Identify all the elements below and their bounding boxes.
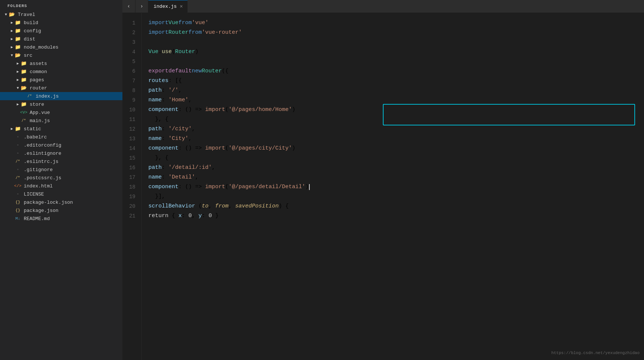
tree-item-eslintrc[interactable]: /*.eslintrc.js [0, 157, 122, 166]
tree-item-App.vue[interactable]: <V>App.vue [0, 108, 122, 117]
line-number-19: 19 [122, 192, 138, 202]
tree-item-label: LICENSE [24, 192, 44, 197]
tab-index-js[interactable]: index.js × [148, 0, 188, 13]
tree-item-label: static [24, 126, 41, 132]
js-icon: /* [21, 118, 27, 124]
tree-item-label: node_modules [24, 45, 59, 50]
code-line-2: import Router from 'vue-router' [148, 28, 644, 37]
line-number-16: 16 [122, 163, 138, 173]
line-number-2: 2 [122, 28, 138, 37]
tree-item-README[interactable]: M↓README.md [0, 215, 122, 223]
tree-item-label: .editorconfig [24, 143, 61, 148]
tree-item-common[interactable]: ▶📁common [0, 68, 122, 76]
nav-back-button[interactable]: ‹ [122, 0, 135, 13]
folder-icon: 📁 [15, 126, 21, 132]
file-dot-icon: ◦ [15, 142, 21, 148]
folder-icon: 📁 [15, 44, 21, 50]
line-numbers: 123456789101112131415161718192021 [122, 13, 142, 360]
tree-item-dist[interactable]: ▶📁dist [0, 35, 122, 43]
code-content[interactable]: import Vue from 'vue'import Router from … [142, 13, 644, 360]
tree-item-label: store [30, 102, 44, 107]
line-number-14: 14 [122, 144, 138, 153]
folder-arrow: ▶ [9, 36, 15, 42]
tree-item-index.html[interactable]: </>index.html [0, 182, 122, 190]
tree-item-label: assets [30, 61, 47, 66]
line-number-18: 18 [122, 182, 138, 192]
tree-item-label: index.html [24, 183, 53, 189]
code-line-21: return { x: 0, y: 0 } [148, 211, 644, 221]
folder-icon: 📁 [21, 69, 27, 75]
tree-item-LICENSE[interactable]: ◦LICENSE [0, 190, 122, 198]
tree-item-index.js[interactable]: /*index.js [0, 92, 122, 100]
line-number-10: 10 [122, 105, 138, 115]
folder-icon: 📂 [9, 12, 15, 17]
code-line-8: path: '/', [148, 86, 644, 95]
editor-area: ‹ › index.js × 1234567891011121314151617… [122, 0, 644, 360]
line-number-15: 15 [122, 153, 138, 163]
tree-item-label: .postcssrc.js [24, 175, 61, 181]
tree-item-store[interactable]: ▶📁store [0, 100, 122, 108]
tree-item-static[interactable]: ▶📁static [0, 125, 122, 133]
tree-item-gitignore[interactable]: ◦.gitignore [0, 166, 122, 174]
tree-item-build[interactable]: ▶📁build [0, 19, 122, 27]
code-line-19: }], [148, 192, 644, 202]
tree-item-label: .gitignore [24, 167, 53, 173]
json-icon: {} [15, 207, 21, 213]
tree-item-label: pages [30, 77, 44, 83]
tree-item-travel[interactable]: ▼📂Travel [0, 10, 122, 19]
tab-close-button[interactable]: × [180, 4, 183, 9]
code-line-9: name: 'Home', [148, 95, 644, 105]
tree-item-label: Travel [18, 12, 35, 17]
tree-item-label: README.md [24, 216, 50, 222]
folder-arrow: ▶ [15, 77, 21, 83]
file-dot-icon: ◦ [15, 191, 21, 197]
line-number-6: 6 [122, 66, 138, 76]
code-line-10: component: () => import('@/pages/home/Ho… [148, 105, 644, 115]
tree-item-label: common [30, 69, 47, 75]
code-line-15: }, { [148, 153, 644, 163]
tree-item-src[interactable]: ▼📂src [0, 51, 122, 59]
code-line-20: scrollBehavior (to, from, savedPosition)… [148, 202, 644, 211]
tab-bar: ‹ › index.js × [122, 0, 644, 13]
tree-item-assets[interactable]: ▶📁assets [0, 59, 122, 68]
tree-item-node_modules[interactable]: ▶📁node_modules [0, 43, 122, 51]
folder-arrow: ▶ [15, 101, 21, 107]
code-editor: 123456789101112131415161718192021 import… [122, 13, 644, 360]
tree-item-router[interactable]: ▼📂router [0, 84, 122, 92]
code-line-1: import Vue from 'vue' [148, 18, 644, 28]
tree-item-postcssrc[interactable]: /*.postcssrc.js [0, 174, 122, 182]
json-icon: {} [15, 199, 21, 205]
tree-item-label: .babelrc [24, 134, 47, 140]
line-number-4: 4 [122, 47, 138, 57]
tree-item-config[interactable]: ▶📁config [0, 27, 122, 35]
md-icon: M↓ [15, 216, 21, 222]
code-line-4: Vue.use(Router) [148, 47, 644, 57]
tree-item-pages[interactable]: ▶📁pages [0, 76, 122, 84]
tree-item-eslintignore[interactable]: ◦.eslintignore [0, 149, 122, 157]
back-icon: ‹ [127, 3, 130, 9]
line-number-20: 20 [122, 202, 138, 211]
folder-arrow: ▶ [15, 69, 21, 75]
tree-item-main.js[interactable]: /*main.js [0, 117, 122, 125]
nav-forward-button[interactable]: › [135, 0, 148, 13]
tree-item-editorconfig[interactable]: ◦.editorconfig [0, 141, 122, 149]
folder-icon: 📂 [15, 52, 21, 58]
folder-icon: 📁 [15, 28, 21, 34]
vue-icon: <V> [21, 109, 27, 115]
tree-item-babelrc[interactable]: ◦.babelrc [0, 133, 122, 141]
tree-item-package-lock[interactable]: {}package-lock.json [0, 198, 122, 206]
folders-header: FOLDERS [0, 1, 122, 10]
folder-arrow: ▼ [9, 52, 15, 58]
tab-label: index.js [154, 4, 177, 9]
folder-arrow: ▶ [9, 126, 15, 132]
folder-icon: 📁 [15, 36, 21, 42]
js-icon: /* [27, 93, 33, 99]
folder-arrow: ▶ [9, 20, 15, 26]
tree-item-label: package.json [24, 208, 59, 213]
folder-icon: 📁 [21, 101, 27, 107]
folder-arrow: ▶ [15, 60, 21, 66]
js-icon: /* [15, 175, 21, 181]
tree-item-label: build [24, 20, 38, 26]
tree-item-package[interactable]: {}package.json [0, 206, 122, 215]
folder-arrow: ▼ [15, 85, 21, 91]
